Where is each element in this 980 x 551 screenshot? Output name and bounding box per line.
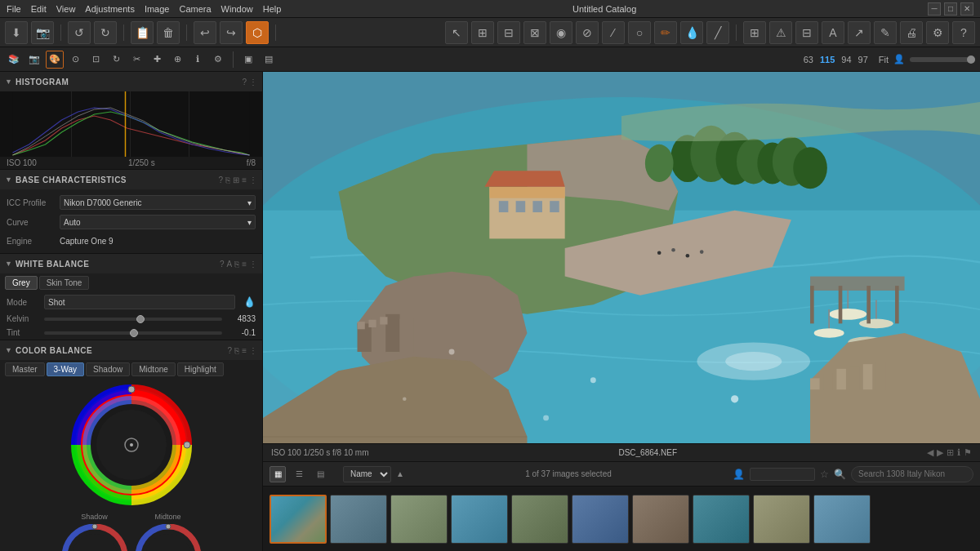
tint-thumb[interactable] (130, 329, 138, 337)
menu-view[interactable]: View (56, 4, 76, 14)
menu-adjustments[interactable]: Adjustments (85, 4, 135, 14)
pen-tool[interactable]: ✏ (654, 21, 677, 44)
undo-button[interactable]: ↺ (68, 21, 91, 44)
list-view-button[interactable]: ☰ (291, 466, 307, 482)
help-btn[interactable]: ? (952, 21, 975, 44)
redo-button[interactable]: ↻ (94, 21, 117, 44)
base-characteristics-header[interactable]: ▼ BASE CHARACTERISTICS ? ⎘ ⊞ ≡ ⋮ (0, 170, 262, 189)
wb-tab-skintone[interactable]: Skin Tone (39, 276, 90, 290)
midtone-color-wheel[interactable] (136, 524, 201, 551)
white-balance-header[interactable]: ▼ WHITE BALANCE ? A ⎘ ≡ ⋮ (0, 254, 262, 273)
next-photo[interactable]: ▶ (937, 447, 943, 458)
wb-tab-grey[interactable]: Grey (5, 276, 38, 290)
cb-tab-highlight[interactable]: Highlight (177, 362, 224, 376)
patch-tool[interactable]: ∕ (602, 21, 625, 44)
menu-edit[interactable]: Edit (31, 4, 47, 14)
filmstrip-thumb-10[interactable] (813, 495, 871, 544)
import-button[interactable]: ⬇ (5, 21, 28, 44)
close-button[interactable]: ✕ (960, 2, 973, 16)
histogram-header[interactable]: ▼ HISTOGRAM ? ⋮ (0, 72, 262, 91)
develop-btn[interactable]: 🎨 (46, 51, 64, 69)
photo-nav[interactable]: ◀ ▶ ⊞ ℹ ⚑ (927, 447, 972, 458)
filmstrip-thumb-8[interactable] (693, 495, 750, 544)
wb-auto[interactable]: A (226, 260, 232, 269)
filmstrip-thumb-4[interactable] (451, 495, 508, 544)
base-help[interactable]: ? (219, 176, 224, 184)
cb-tab-3way[interactable]: 3-Way (47, 362, 85, 376)
crop-active-button[interactable]: ⬡ (246, 21, 269, 44)
filmstrip-thumb-2[interactable] (330, 495, 387, 544)
cb-tab-midtone[interactable]: Midtone (131, 362, 176, 376)
heal-tool[interactable]: ◉ (550, 21, 572, 44)
circle-tool[interactable]: ○ (628, 21, 651, 44)
crop-tool[interactable]: ⊞ (471, 21, 494, 44)
filmstrip-thumb-3[interactable] (390, 495, 448, 544)
grid-view-btn[interactable]: ⊞ (743, 21, 766, 44)
process-button[interactable]: ↩ (194, 21, 216, 44)
dropper-tool[interactable]: 💧 (680, 21, 703, 44)
filmstrip-thumb-1[interactable] (270, 495, 327, 544)
clone-tool[interactable]: ⊘ (576, 21, 599, 44)
main-color-wheel[interactable] (70, 384, 193, 506)
cb-help[interactable]: ? (228, 346, 233, 355)
histogram-help[interactable]: ? (242, 78, 247, 87)
search-input[interactable] (851, 466, 973, 482)
meta-btn[interactable]: ⚙ (209, 51, 227, 69)
menu-help[interactable]: Help (263, 4, 282, 14)
photo-info[interactable]: ℹ (957, 447, 960, 458)
maximize-button[interactable]: □ (944, 2, 957, 16)
menu-window[interactable]: Window (221, 4, 253, 14)
sort-asc-icon[interactable]: ▲ (396, 469, 404, 478)
wb-help[interactable]: ? (220, 260, 225, 269)
delete-button[interactable]: 🗑 (157, 21, 180, 44)
single-view-btn[interactable]: ▣ (239, 51, 257, 69)
cb-menu[interactable]: ⋮ (249, 346, 257, 355)
base-reset[interactable]: ≡ (242, 176, 247, 184)
rotate-btn[interactable]: ↻ (107, 51, 125, 69)
grid-view-button[interactable]: ▦ (270, 466, 286, 482)
menu-bar[interactable]: File Edit View Adjustments Image Camera … (7, 4, 281, 14)
output-btn[interactable]: ⊙ (66, 51, 84, 69)
line-tool[interactable]: ╱ (706, 21, 729, 44)
zoom-slider[interactable] (910, 57, 975, 62)
gear-btn[interactable]: ⚙ (926, 21, 949, 44)
filmstrip-thumb-9[interactable] (753, 495, 810, 544)
arrow-btn[interactable]: ↗ (848, 21, 871, 44)
straighten-tool[interactable]: ⊟ (497, 21, 520, 44)
base-menu[interactable]: ⋮ (249, 176, 257, 184)
cb-reset[interactable]: ≡ (242, 346, 247, 355)
tint-track[interactable] (44, 331, 222, 335)
shadow-color-wheel[interactable] (62, 524, 127, 551)
dual-view-btn[interactable]: ▤ (260, 51, 278, 69)
menu-camera[interactable]: Camera (179, 4, 211, 14)
warn-btn[interactable]: ⚠ (769, 21, 792, 44)
camera-button[interactable]: 📷 (31, 21, 54, 44)
star-icon[interactable]: ☆ (820, 469, 829, 480)
filmstrip-thumb-6[interactable] (572, 495, 629, 544)
image-view[interactable] (263, 72, 980, 443)
wb-menu[interactable]: ⋮ (249, 260, 257, 269)
copy-button[interactable]: 📋 (131, 21, 154, 44)
filmstrip-thumb-7[interactable] (632, 495, 689, 544)
heal2-btn[interactable]: ✚ (148, 51, 166, 69)
rating-bar[interactable] (750, 468, 815, 481)
icc-select[interactable]: Nikon D7000 Generic ▾ (60, 195, 256, 210)
base-copy[interactable]: ⎘ (225, 176, 230, 184)
cursor-tool[interactable]: ↖ (445, 21, 468, 44)
minimize-button[interactable]: ─ (928, 2, 941, 16)
draw-btn[interactable]: ✎ (874, 21, 897, 44)
transform-tool[interactable]: ⊠ (523, 21, 546, 44)
histogram-menu[interactable]: ⋮ (249, 78, 257, 87)
eyedropper-icon[interactable]: 💧 (243, 296, 256, 308)
meter-btn[interactable]: ⊕ (168, 51, 186, 69)
capture-btn[interactable]: 📷 (25, 51, 43, 69)
compare-btn[interactable]: ⊟ (795, 21, 818, 44)
print-btn[interactable]: 🖨 (900, 21, 923, 44)
filmstrip-thumb-5[interactable] (511, 495, 568, 544)
wb-copy[interactable]: ⎘ (234, 260, 239, 269)
window-controls[interactable]: ─ □ ✕ (928, 2, 973, 16)
mode-select[interactable]: Shot Auto Daylight Cloudy Custom (44, 295, 235, 309)
cb-tab-master[interactable]: Master (5, 362, 45, 376)
crop2-btn[interactable]: ✂ (127, 51, 145, 69)
kelvin-thumb[interactable] (136, 315, 145, 323)
